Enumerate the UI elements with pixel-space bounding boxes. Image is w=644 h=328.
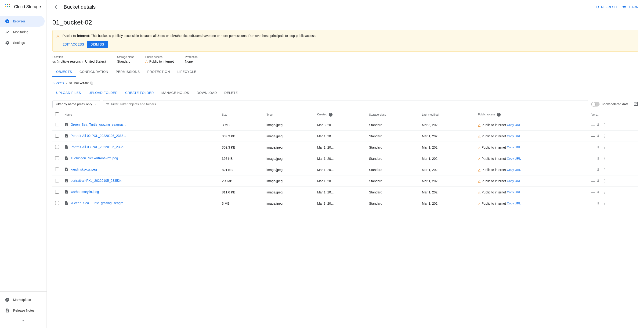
row-last-modified-4: Mar 1, 202... (419, 164, 475, 175)
download-row-button-7[interactable]: ⇩ (596, 200, 600, 207)
copy-url-button-5[interactable]: Copy URL (507, 179, 521, 183)
row-public-access-3: △ Public to internet Copy URL (475, 153, 588, 164)
row-public-icon-7: △ (478, 202, 480, 205)
release-notes-icon (5, 308, 10, 313)
download-row-button-2[interactable]: ⇩ (596, 144, 600, 150)
file-name-link-2[interactable]: Portrait-Ali-03-PXL_20220105_2335... (70, 145, 126, 149)
back-button[interactable] (52, 3, 61, 11)
file-name-link-4[interactable]: kandinsky-cu.jpeg (70, 168, 97, 171)
create-folder-button[interactable]: CREATE FOLDER (121, 89, 158, 96)
tab-permissions[interactable]: PERMISSIONS (112, 67, 144, 77)
collapse-icon: « (22, 319, 24, 323)
download-row-button-3[interactable]: ⇩ (596, 155, 600, 162)
filter-input[interactable] (120, 102, 585, 106)
chevron-down-icon (93, 102, 97, 106)
warning-triangle-icon: △ (56, 34, 60, 39)
more-actions-button-6[interactable]: ⋮ (602, 189, 607, 195)
warning-actions: EDIT ACCESS DISMISS (62, 41, 316, 48)
tab-protection[interactable]: PROTECTION (144, 67, 174, 77)
tab-configuration[interactable]: CONFIGURATION (76, 67, 112, 77)
filter-dropdown[interactable]: Filter by name prefix only (52, 100, 100, 108)
created-help-icon[interactable]: ? (329, 113, 332, 117)
file-name-link-7[interactable]: xGreen_Sea_Turtle_grazing_seagra... (70, 201, 126, 205)
file-name-link-6[interactable]: warhol-marylin.jpeg (70, 190, 99, 194)
copy-bucket-name-button[interactable]: ⎘ (90, 81, 93, 85)
upload-folder-button[interactable]: UPLOAD FOLDER (85, 89, 121, 96)
main-content: Bucket details REFRESH LEARN 01_bucket-0… (47, 0, 644, 328)
row-checkbox-4[interactable] (55, 168, 59, 171)
table-row: Portrait-Ali-03-PXL_20220105_2335... 309… (52, 142, 638, 153)
row-created-0: Mar 3, 20... (314, 119, 366, 131)
more-actions-button-3[interactable]: ⋮ (602, 155, 607, 162)
more-actions-button-4[interactable]: ⋮ (602, 167, 607, 173)
refresh-button[interactable]: REFRESH (596, 5, 617, 9)
file-name-link-1[interactable]: Portrait-Ali-02-PXL_20220105_2335... (70, 134, 126, 138)
copy-url-button-1[interactable]: Copy URL (507, 134, 521, 138)
file-name-link-0[interactable]: Green_Sea_Turtle_grazing_seagras... (70, 123, 126, 126)
sidebar-item-settings[interactable]: Settings (0, 37, 45, 48)
row-checkbox-0[interactable] (55, 123, 59, 126)
sidebar-item-release-notes[interactable]: Release Notes (0, 305, 46, 316)
tab-objects[interactable]: OBJECTS (52, 67, 76, 77)
row-actions-7: — ⇩ ⋮ (592, 200, 636, 207)
location-label: Location (52, 55, 106, 59)
more-actions-button-7[interactable]: ⋮ (602, 200, 607, 207)
download-row-button-1[interactable]: ⇩ (596, 133, 600, 139)
delete-button[interactable]: DELETE (220, 89, 241, 96)
tab-protection-label: PROTECTION (147, 70, 170, 74)
download-row-button-6[interactable]: ⇩ (596, 189, 600, 195)
row-checkbox-6[interactable] (55, 190, 59, 194)
copy-url-button-2[interactable]: Copy URL (507, 146, 521, 149)
row-public-text-5: Public to internet (482, 179, 506, 183)
download-row-button-5[interactable]: ⇩ (596, 178, 600, 184)
more-actions-button-1[interactable]: ⋮ (602, 133, 607, 139)
copy-url-button-0[interactable]: Copy URL (507, 123, 521, 127)
more-actions-button-5[interactable]: ⋮ (602, 178, 607, 184)
row-checkbox-7[interactable] (55, 201, 59, 205)
manage-holds-button[interactable]: MANAGE HOLDS (158, 89, 193, 96)
topbar: Bucket details REFRESH LEARN (47, 0, 644, 14)
file-name-link-3[interactable]: Tuebingen_Neckarfront-vox.jpeg (70, 156, 118, 160)
row-storage-class-4: Standard (366, 164, 419, 175)
row-checkbox-2[interactable] (55, 145, 59, 149)
file-name-link-5[interactable]: portrait-ali-PXL_20220105_233524... (70, 179, 124, 182)
sidebar-item-browser[interactable]: Browser (0, 16, 45, 27)
row-checkbox-5[interactable] (55, 179, 59, 182)
select-all-checkbox[interactable] (55, 112, 59, 116)
learn-button[interactable]: LEARN (622, 5, 638, 9)
public-access-help-icon[interactable]: ? (497, 113, 501, 117)
download-row-button-4[interactable]: ⇩ (596, 167, 600, 173)
sidebar-collapse-button[interactable]: « (0, 316, 46, 325)
copy-url-button-3[interactable]: Copy URL (507, 157, 521, 160)
svg-rect-1 (7, 4, 8, 5)
copy-url-button-4[interactable]: Copy URL (507, 168, 521, 171)
dismiss-button[interactable]: DISMISS (87, 41, 108, 48)
row-checkbox-3[interactable] (55, 156, 59, 160)
download-row-button-0[interactable]: ⇩ (596, 122, 600, 128)
storage-class-value: Standard (117, 59, 134, 63)
copy-url-button-6[interactable]: Copy URL (507, 190, 521, 194)
row-public-access-6: △ Public to internet Copy URL (475, 187, 588, 198)
row-name-1: Portrait-Ali-02-PXL_20220105_2335... (62, 131, 219, 142)
sidebar-item-monitoring[interactable]: Monitoring (0, 27, 45, 37)
public-access-text: Public to internet (149, 59, 174, 63)
tab-lifecycle[interactable]: LIFECYCLE (174, 67, 200, 77)
show-deleted-toggle[interactable] (591, 102, 600, 106)
more-actions-button-2[interactable]: ⋮ (602, 144, 607, 150)
row-storage-class-5: Standard (366, 175, 419, 187)
upload-files-button[interactable]: UPLOAD FILES (52, 89, 85, 96)
row-actions-4: — ⇩ ⋮ (592, 167, 636, 173)
manage-holds-label: MANAGE HOLDS (161, 91, 189, 95)
columns-settings-button[interactable] (633, 101, 638, 107)
breadcrumb-root[interactable]: Buckets (52, 81, 64, 85)
refresh-label: REFRESH (601, 5, 617, 9)
filter-input-wrap[interactable]: Filter (103, 100, 588, 108)
row-public-text-6: Public to internet (482, 190, 506, 194)
download-button[interactable]: DOWNLOAD (193, 89, 220, 96)
edit-access-button[interactable]: EDIT ACCESS (62, 42, 84, 46)
sidebar-item-marketplace[interactable]: Marketplace (0, 294, 46, 305)
copy-url-button-7[interactable]: Copy URL (507, 202, 521, 205)
row-name-2: Portrait-Ali-03-PXL_20220105_2335... (62, 142, 219, 153)
row-checkbox-1[interactable] (55, 134, 59, 138)
more-actions-button-0[interactable]: ⋮ (602, 122, 607, 128)
